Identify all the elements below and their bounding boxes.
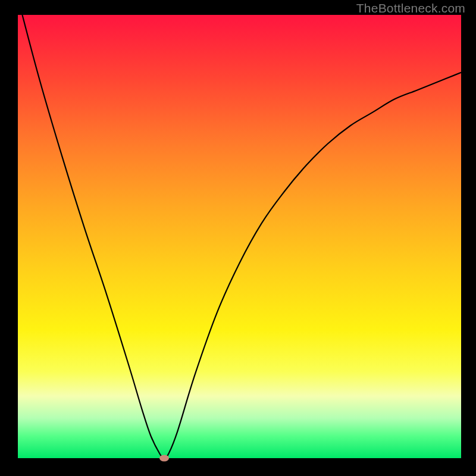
chart-plot-area xyxy=(18,15,461,458)
curve-min-marker xyxy=(159,455,169,462)
watermark-text: TheBottleneck.com xyxy=(356,1,465,15)
curve-path xyxy=(22,15,461,458)
bottleneck-curve xyxy=(18,15,461,458)
